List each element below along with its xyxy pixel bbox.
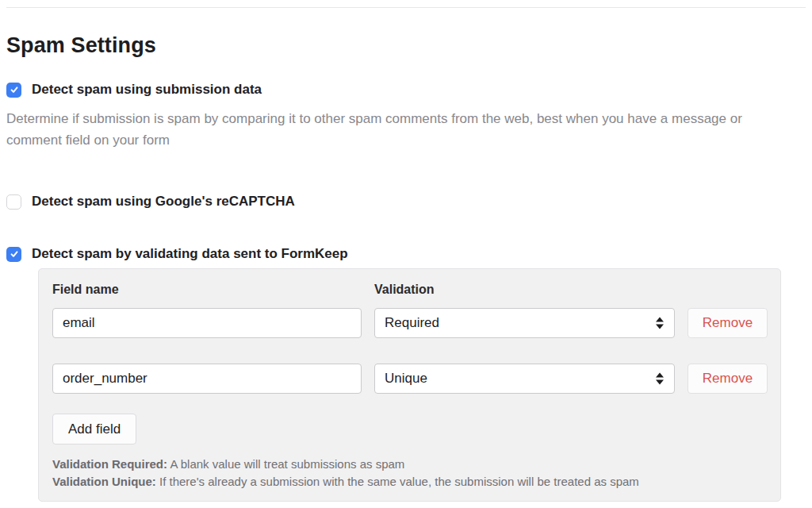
checkmark-icon — [10, 85, 19, 94]
chevron-up-down-icon — [656, 318, 664, 329]
remove-button[interactable]: Remove — [688, 364, 768, 394]
page-title: Spam Settings — [6, 33, 806, 58]
checkbox-recaptcha[interactable] — [6, 194, 21, 210]
validation-row-email: Required Remove — [52, 308, 768, 338]
help-line-required: Validation Required: A blank value will … — [52, 456, 768, 473]
help-line-unique: Validation Unique: If there's already a … — [52, 473, 768, 491]
checkbox-validation[interactable] — [6, 247, 21, 262]
help-term-required: Validation Required: — [52, 457, 167, 471]
spam-settings-section: Spam Settings Detect spam using submissi… — [0, 33, 812, 502]
help-term-unique: Validation Unique: — [52, 475, 156, 488]
column-header-validation: Validation — [374, 283, 675, 297]
help-text-required: A blank value will treat submissions as … — [170, 457, 404, 471]
remove-button[interactable]: Remove — [688, 308, 768, 338]
validation-select[interactable]: Required — [374, 308, 675, 338]
panel-column-headers: Field name Validation — [52, 283, 768, 297]
validation-select[interactable]: Unique — [374, 364, 675, 394]
help-text-unique: If there's already a submission with the… — [159, 475, 639, 488]
field-name-input[interactable] — [52, 308, 362, 338]
field-name-input[interactable] — [52, 364, 362, 394]
validation-fields-panel: Field name Validation Required Remove Un… — [38, 268, 781, 502]
option-label-submission-data[interactable]: Detect spam using submission data — [32, 82, 262, 98]
top-divider — [6, 7, 806, 8]
option-label-recaptcha[interactable]: Detect spam using Google's reCAPTCHA — [32, 194, 295, 210]
add-field-button[interactable]: Add field — [52, 414, 136, 444]
validation-select-value: Required — [385, 315, 439, 331]
option-label-validation[interactable]: Detect spam by validating data sent to F… — [32, 246, 348, 262]
column-header-field-name: Field name — [52, 283, 362, 297]
option-detect-spam-submission-data: Detect spam using submission data — [6, 82, 806, 98]
validation-row-order-number: Unique Remove — [52, 364, 768, 394]
chevron-up-down-icon — [656, 373, 664, 385]
option-detect-spam-validation: Detect spam by validating data sent to F… — [6, 246, 806, 262]
validation-help-text: Validation Required: A blank value will … — [52, 456, 768, 491]
checkbox-submission-data[interactable] — [6, 83, 21, 98]
checkmark-icon — [10, 249, 19, 259]
validation-select-value: Unique — [385, 371, 427, 387]
option-detect-spam-recaptcha: Detect spam using Google's reCAPTCHA — [6, 194, 806, 210]
option-description-submission-data: Determine if submission is spam by compa… — [6, 108, 795, 151]
